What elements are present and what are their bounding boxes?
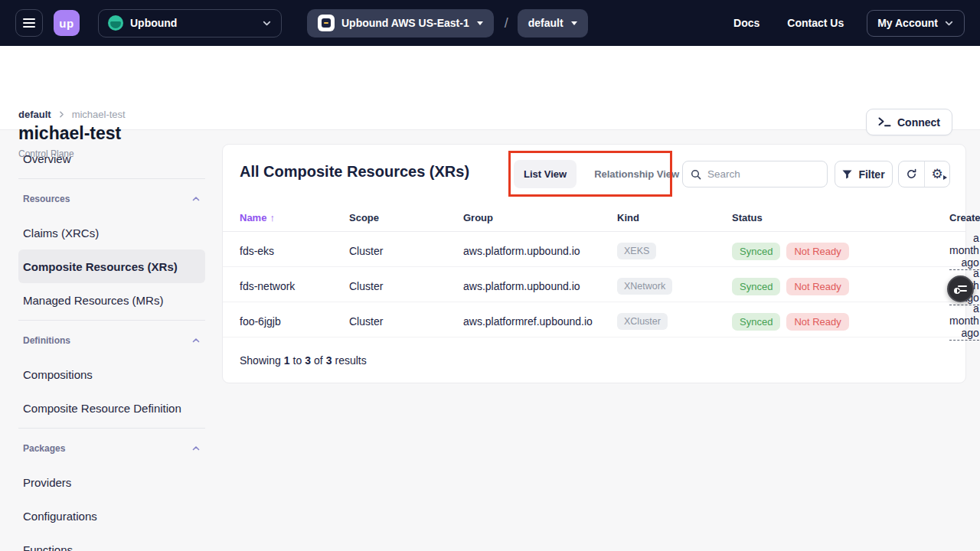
connect-button-label: Connect [897,116,940,129]
created-timestamp[interactable]: a month ago [949,302,979,341]
filter-button-label: Filter [858,168,884,181]
chevron-up-icon [191,336,201,345]
docs-link[interactable]: Docs [733,17,760,29]
sidebar-item-claims-xrcs[interactable]: Claims (XRCs) [18,216,205,249]
contact-us-link[interactable]: Contact Us [787,17,844,29]
table-actions-group: ⚙ [898,161,950,187]
auto-refresh-settings-button[interactable]: ⚙ [924,161,949,187]
synced-badge: Synced [732,243,780,260]
column-header-status[interactable]: Status [732,212,949,223]
search-icon [691,169,701,180]
list-view-tab[interactable]: List View [514,160,577,188]
composite-resources-panel: All Composite Resources (XRs) List View … [222,144,966,383]
path-separator: / [505,15,508,31]
cell-status: Synced Not Ready [732,278,949,295]
sidebar-item-functions[interactable]: Functions [18,533,205,551]
sidebar-item-configurations[interactable]: Configurations [18,499,205,533]
table-row[interactable]: foo-6jgjb Cluster aws.platformref.upboun… [223,302,965,337]
cell-name[interactable]: fds-eks [240,245,349,257]
sort-ascending-icon: ↑ [270,212,275,223]
cell-scope: Cluster [349,315,463,328]
column-header-created[interactable]: Created [949,212,980,223]
sidebar-item-providers[interactable]: Providers [18,465,205,499]
table-row[interactable]: fds-network Cluster aws.platform.upbound… [223,267,965,302]
relationship-view-tab[interactable]: Relationship View [584,160,689,188]
sidebar-item-managed-resources-mrs[interactable]: Managed Resources (MRs) [18,283,205,317]
kind-badge: XEKS [617,243,656,259]
gear-play-icon: ⚙ [931,168,942,181]
created-timestamp[interactable]: a month ago [949,232,979,270]
cell-group: aws.platform.upbound.io [463,245,617,257]
sidebar-section-packages[interactable]: Packages [18,432,205,465]
filter-button[interactable]: Filter [835,161,893,187]
breadcrumb-chevron-icon [57,110,66,119]
search-box [682,161,828,187]
column-header-name[interactable]: Name ↑ [240,212,349,223]
breadcrumb-root[interactable]: default [18,109,51,120]
page-header: default michael-test michael-test Contro… [0,46,980,130]
synced-badge: Synced [732,278,780,295]
not-ready-badge: Not Ready [786,243,848,260]
column-header-kind[interactable]: Kind [617,212,732,223]
synced-badge: Synced [732,313,780,331]
refresh-icon [906,168,917,180]
column-header-scope[interactable]: Scope [349,212,463,223]
group-dropdown-label: default [528,17,564,29]
caret-down-icon [477,21,483,25]
sidebar-item-composite-resources-xrs[interactable]: Composite Resources (XRs) [18,249,205,283]
caret-down-icon [571,21,577,25]
filter-funnel-icon [842,170,852,179]
organization-avatar-icon [108,15,123,31]
cell-group: aws.platform.upbound.io [463,280,617,292]
sidebar-item-overview[interactable]: Overview [18,142,205,175]
sidebar-section-definitions[interactable]: Definitions [18,324,205,357]
hamburger-menu-icon[interactable] [15,9,43,37]
sidebar-divider [18,178,205,179]
feedback-widget-icon [954,285,967,294]
refresh-button[interactable] [899,161,924,187]
search-input[interactable] [707,168,819,180]
table-row[interactable]: fds-eks Cluster aws.platform.upbound.io … [223,232,965,267]
cell-scope: Cluster [349,280,463,292]
kind-badge: XNetwork [617,278,672,295]
control-plane-icon [318,15,335,31]
column-header-group[interactable]: Group [463,212,617,223]
cell-kind: XEKS [617,243,732,259]
cell-name[interactable]: foo-6jgjb [240,315,349,328]
results-summary: Showing 1 to 3 of 3 results [223,337,965,383]
chevron-up-icon [191,194,201,204]
cell-name[interactable]: fds-network [240,280,349,292]
not-ready-badge: Not Ready [786,278,848,295]
chevron-up-icon [191,444,201,453]
sidebar-divider [18,320,205,321]
not-ready-badge: Not Ready [786,313,848,331]
my-account-label: My Account [877,17,938,29]
sidebar-section-title: Resources [23,194,70,204]
feedback-widget-button[interactable] [947,276,974,302]
upbound-logo[interactable]: up [54,10,80,36]
chevron-down-icon [262,18,272,28]
kind-badge: XCluster [617,313,668,330]
organization-dropdown[interactable]: Upbound [98,9,282,37]
cell-status: Synced Not Ready [732,243,949,260]
sidebar-item-compositions[interactable]: Compositions [18,357,205,391]
cell-kind: XCluster [617,313,732,330]
chevron-down-icon [944,18,954,28]
sidebar-section-title: Definitions [23,335,70,346]
results-from: 1 [284,354,290,367]
cell-group: aws.platformref.upbound.io [463,315,617,328]
group-dropdown[interactable]: default [518,9,588,37]
connect-button[interactable]: Connect [866,109,952,135]
cell-created: a month ago [949,302,979,341]
control-plane-dropdown[interactable]: Upbound AWS US-East-1 [307,9,494,37]
sidebar-section-resources[interactable]: Resources [18,182,205,216]
upbound-logo-text: up [59,17,74,30]
sidebar-item-composite-resource-definition[interactable]: Composite Resource Definition [18,391,205,425]
composite-resources-table: Name ↑ Scope Group Kind Status Created f… [223,204,965,383]
breadcrumb: default michael-test [18,109,126,120]
cell-status: Synced Not Ready [732,313,949,331]
sidebar-section-title: Packages [23,443,65,454]
cell-scope: Cluster [349,245,463,257]
my-account-button[interactable]: My Account [867,10,965,37]
breadcrumb-current: michael-test [72,109,126,120]
